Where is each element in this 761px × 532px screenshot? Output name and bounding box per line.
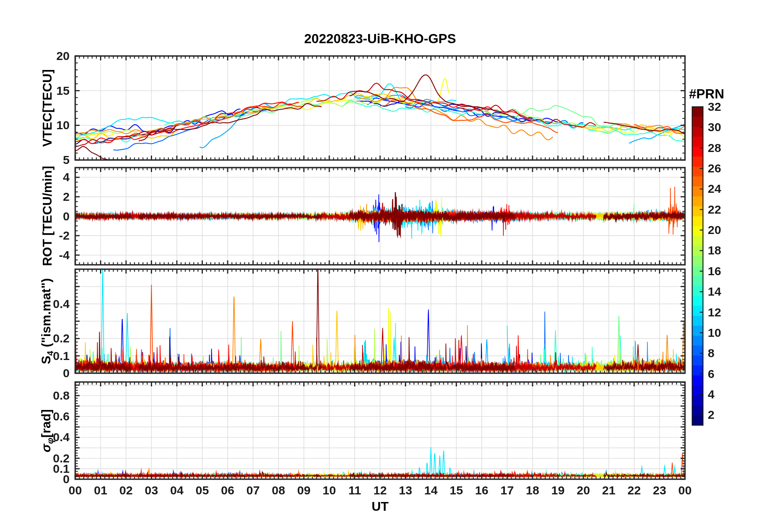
x-tick-label: 14 — [424, 484, 437, 497]
x-tick-label: 20 — [577, 484, 590, 497]
y-tick-label: 0.2 — [53, 452, 70, 465]
gps-scintillation-figure: 20220823-UiB-KHO-GPS VTEC[TECU] ROT [TEC… — [0, 0, 761, 532]
s4-units: ("ism.mat") — [39, 278, 53, 350]
x-tick-label: 21 — [602, 484, 615, 497]
y-tick-label: 0.2 — [53, 332, 70, 345]
x-tick-label: 13 — [399, 484, 412, 497]
y-axis-label-rot: ROT [TECU/min] — [40, 166, 55, 266]
y-tick-label: 0 — [63, 366, 70, 380]
plot-canvas — [0, 0, 761, 532]
y-tick-label: 5 — [63, 153, 70, 167]
x-tick-label: 19 — [551, 484, 565, 497]
colorbar-tick-label: 4 — [708, 388, 715, 401]
sigma-symbol: σ — [39, 444, 53, 452]
y-tick-label: 10 — [56, 118, 70, 132]
colorbar-tick-label: 30 — [708, 120, 721, 134]
y-tick-label: 15 — [56, 84, 70, 98]
y-tick-label: 0.4 — [53, 430, 70, 444]
x-tick-label: 04 — [170, 484, 183, 497]
y-axis-label-vtec-text: VTEC[TECU] — [40, 69, 54, 147]
y-tick-label: 0.8 — [53, 389, 70, 402]
x-tick-label: 18 — [526, 484, 539, 497]
y-tick-label: 0.4 — [53, 297, 70, 311]
colorbar-tick-label: 26 — [708, 162, 721, 175]
y-tick-label: -2 — [59, 229, 70, 242]
x-tick-label: 01 — [94, 484, 107, 497]
y-axis-label-vtec: VTEC[TECU] — [40, 69, 55, 147]
sigma-units: [rad] — [39, 409, 53, 438]
x-tick-label: 09 — [297, 484, 310, 497]
x-tick-label: 15 — [450, 484, 463, 497]
x-tick-label: 10 — [322, 484, 336, 497]
y-axis-label-rot-text: ROT [TECU/min] — [40, 166, 54, 266]
x-tick-label: 00 — [678, 484, 691, 497]
colorbar-tick-label: 6 — [708, 367, 715, 381]
colorbar-tick-label: 10 — [708, 326, 721, 340]
colorbar-tick-label: 8 — [708, 346, 715, 360]
y-tick-label: -4 — [59, 248, 70, 262]
y-tick-label: 20 — [56, 49, 70, 63]
colorbar-tick-label: 32 — [708, 100, 721, 114]
colorbar-tick-label: 20 — [708, 223, 721, 237]
x-tick-label: 22 — [627, 484, 641, 497]
colorbar-tick-label: 16 — [708, 264, 721, 278]
y-tick-label: 2 — [63, 190, 70, 204]
colorbar-tick-label: 12 — [708, 306, 721, 319]
x-tick-label: 08 — [272, 484, 285, 497]
figure-title: 20220823-UiB-KHO-GPS — [75, 31, 685, 46]
x-tick-label: 07 — [246, 484, 260, 497]
y-tick-label: 0 — [63, 210, 70, 223]
x-tick-label: 02 — [119, 484, 132, 497]
x-axis-label: UT — [372, 499, 389, 514]
x-tick-label: 05 — [196, 484, 209, 497]
colorbar-tick-label: 24 — [708, 182, 721, 196]
x-tick-label: 17 — [501, 484, 514, 497]
colorbar-tick-label: 2 — [708, 408, 715, 422]
x-tick-label: 06 — [221, 484, 234, 497]
colorbar-tick-label: 28 — [708, 141, 721, 155]
colorbar-title: #PRN — [689, 86, 724, 102]
s4-symbol: S — [39, 356, 53, 364]
x-tick-label: 00 — [68, 484, 82, 497]
y-tick-label: 4 — [63, 170, 70, 184]
x-tick-label: 12 — [373, 484, 387, 497]
colorbar-tick-label: 14 — [708, 285, 721, 298]
x-tick-label: 03 — [145, 484, 158, 497]
y-tick-label: 0.6 — [53, 410, 70, 423]
colorbar-tick-label: 22 — [708, 203, 721, 216]
y-tick-label: 0.1 — [53, 349, 70, 363]
x-tick-label: 16 — [475, 484, 488, 497]
x-tick-label: 11 — [348, 484, 361, 497]
x-tick-label: 23 — [653, 484, 666, 497]
colorbar-tick-label: 18 — [708, 244, 721, 257]
